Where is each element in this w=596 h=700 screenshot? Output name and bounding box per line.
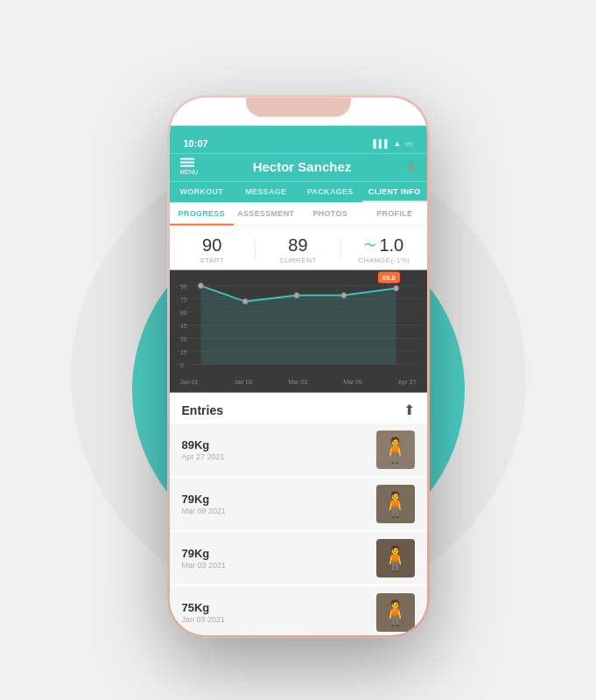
tab-workout[interactable]: WORKOUT: [170, 182, 235, 203]
tab-message[interactable]: MESSAGE: [234, 182, 298, 203]
tab-progress[interactable]: PROGRESS: [170, 203, 235, 226]
svg-point-19: [393, 286, 398, 291]
entry-date: Mar 09 2021: [182, 507, 227, 515]
entry-weight: 89Kg: [182, 438, 225, 452]
phone-screen: 10:07 ▌▌▌ ▲ ▭ MENU Hector Sanch: [170, 98, 427, 635]
list-item[interactable]: 75Kg Jan 03 2021 🧍: [170, 586, 427, 635]
svg-text:0: 0: [179, 362, 183, 368]
svg-text:60: 60: [179, 310, 186, 316]
stat-change-value: 〜 1.0: [341, 235, 426, 256]
share-icon[interactable]: ⬆: [403, 402, 415, 418]
battery-icon: ▭: [405, 139, 413, 148]
stats-row: 90 START 89 CURRENT 〜 1.0 CHANGE: [170, 227, 427, 270]
menu-line-1: [180, 158, 194, 159]
stat-current-value: 89: [256, 235, 340, 256]
tab-client-info[interactable]: CLIENT INFO: [362, 182, 427, 203]
entry-list: 89Kg Apr 27 2021 🧍 79Kg Mar 09 2021: [170, 424, 427, 635]
stat-change: 〜 1.0 CHANGE(-1%): [341, 235, 426, 264]
x-label-1: Jan 03: [234, 379, 252, 385]
notch: [246, 98, 351, 117]
menu-line-3: [180, 164, 194, 166]
add-icon[interactable]: +: [406, 158, 417, 175]
entries-header: Entries ⬆: [170, 393, 427, 424]
entry-weight: 79Kg: [182, 547, 227, 560]
chart-area: 90 75 60 45 30 15 0: [170, 270, 427, 393]
status-bar: 10:07 ▌▌▌ ▲ ▭: [170, 126, 427, 154]
entry-photo: 🧍: [376, 430, 415, 469]
status-icons: ▌▌▌ ▲ ▭: [373, 139, 412, 148]
wifi-icon: ▲: [394, 139, 402, 148]
stat-current: 89 CURRENT: [256, 235, 340, 264]
tab-packages[interactable]: PACKAGES: [298, 182, 363, 203]
signal-icon: ▌▌▌: [373, 139, 389, 148]
list-item[interactable]: 79Kg Mar 09 2021 🧍: [170, 478, 427, 532]
svg-text:90: 90: [179, 284, 186, 290]
x-label-4: Apr 27: [398, 379, 417, 385]
svg-point-17: [294, 293, 299, 298]
menu-label: MENU: [180, 168, 199, 174]
svg-text:30: 30: [179, 336, 186, 342]
tab-photos[interactable]: PHOTOS: [298, 203, 363, 226]
entry-photo: 🧍: [376, 539, 415, 578]
x-label-0: Jan 01: [180, 379, 199, 385]
entry-date: Apr 27 2021: [182, 452, 225, 461]
list-item[interactable]: 79Kg Mar 03 2021 🧍: [170, 532, 427, 586]
svg-point-15: [198, 284, 203, 289]
x-label-3: Mar 09: [343, 379, 362, 385]
chart-x-labels: Jan 01 Jan 03 Mar 03 Mar 09 Apr 27: [177, 377, 420, 385]
tab-profile[interactable]: PROFILE: [362, 203, 427, 226]
stat-start-value: 90: [170, 235, 255, 256]
chart-svg: 90 75 60 45 30 15 0: [177, 277, 420, 374]
tab-assessment[interactable]: ASSESSMENT: [234, 203, 298, 226]
phone-content: 10:07 ▌▌▌ ▲ ▭ MENU Hector Sanch: [170, 98, 427, 635]
x-label-2: Mar 03: [288, 379, 307, 385]
list-item[interactable]: 89Kg Apr 27 2021 🧍: [170, 424, 427, 478]
nav-tabs-top: WORKOUT MESSAGE PACKAGES CLIENT INFO: [170, 182, 427, 203]
scene: 10:07 ▌▌▌ ▲ ▭ MENU Hector Sanch: [0, 0, 596, 700]
entry-photo: 🧍: [376, 485, 415, 523]
app-header: MENU Hector Sanchez +: [170, 154, 427, 182]
svg-text:75: 75: [179, 297, 186, 303]
svg-text:15: 15: [179, 349, 186, 355]
header-title: Hector Sanchez: [253, 158, 352, 173]
status-time: 10:07: [184, 138, 208, 149]
entry-photo: 🧍: [376, 593, 415, 632]
menu-button[interactable]: MENU: [180, 158, 199, 174]
entry-weight: 79Kg: [182, 493, 227, 506]
chart-tooltip: 89.0: [378, 272, 401, 284]
entry-date: Jan 03 2021: [182, 615, 226, 624]
entries-title: Entries: [182, 402, 223, 416]
entry-weight: 75Kg: [182, 601, 226, 614]
stat-current-label: CURRENT: [256, 256, 340, 264]
stat-start-label: START: [170, 256, 255, 264]
svg-text:45: 45: [179, 323, 186, 329]
stat-start: 90 START: [170, 235, 255, 264]
svg-point-18: [340, 293, 346, 298]
trend-icon: 〜: [364, 237, 376, 253]
phone-frame: 10:07 ▌▌▌ ▲ ▭ MENU Hector Sanch: [167, 95, 430, 638]
menu-line-2: [180, 161, 194, 163]
stat-change-label: CHANGE(-1%): [341, 256, 426, 264]
svg-point-16: [242, 299, 248, 304]
entry-date: Mar 03 2021: [182, 561, 227, 570]
nav-tabs-second: PROGRESS ASSESSMENT PHOTOS PROFILE: [170, 203, 427, 227]
